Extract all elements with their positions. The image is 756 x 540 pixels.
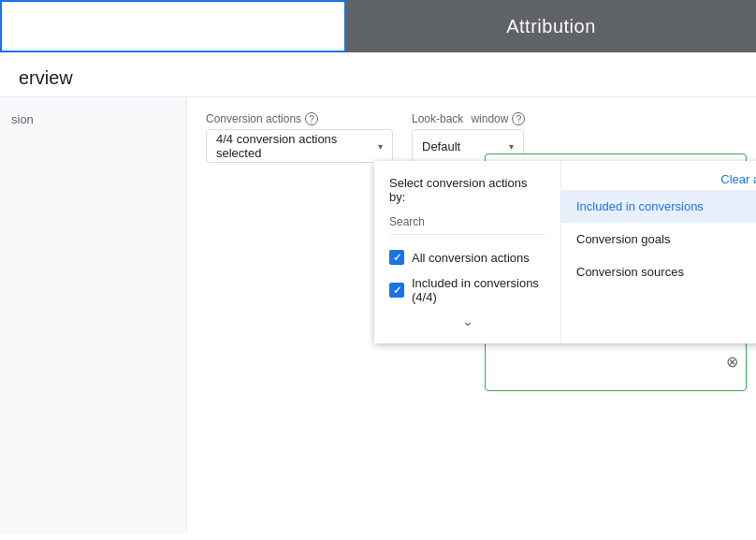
checkbox-all-label: All conversion actions bbox=[412, 251, 530, 265]
menu-option-goals[interactable]: Conversion goals bbox=[561, 223, 756, 255]
menu-option-included[interactable]: Included in conversions bbox=[561, 190, 756, 223]
menu-options-panel: Clear all Included in conversions Conver… bbox=[561, 161, 756, 343]
sidebar-label: sion bbox=[0, 97, 186, 141]
conversion-actions-help-icon[interactable]: ? bbox=[305, 112, 318, 125]
check-icon: ✓ bbox=[393, 252, 401, 264]
lookback-arrow-icon: ▾ bbox=[509, 141, 514, 152]
conversion-actions-value: 4/4 conversion actions selected bbox=[216, 132, 378, 160]
main-area: sion Conversion actions ? 4/4 conversion… bbox=[0, 97, 756, 533]
conversion-actions-section: Conversion actions ? 4/4 conversion acti… bbox=[206, 112, 393, 163]
card-3-close-icon[interactable]: ⊗ bbox=[726, 352, 738, 370]
conversion-actions-arrow-icon: ▾ bbox=[378, 141, 383, 152]
content-area: Conversion actions ? 4/4 conversion acti… bbox=[187, 97, 756, 533]
clear-all-button[interactable]: Clear all bbox=[720, 172, 756, 186]
check-included-icon: ✓ bbox=[393, 285, 401, 297]
header-left-panel bbox=[0, 0, 346, 52]
checkbox-all-icon: ✓ bbox=[389, 250, 404, 265]
checkbox-included-icon: ✓ bbox=[389, 283, 404, 298]
lookback-label-row: Look-back window ? bbox=[412, 112, 525, 125]
conversion-actions-dropdown[interactable]: 4/4 conversion actions selected ▾ bbox=[206, 129, 393, 163]
menu-option-sources[interactable]: Conversion sources bbox=[561, 255, 756, 288]
conversion-actions-label: Conversion actions bbox=[206, 112, 301, 125]
lookback-label: Look-back bbox=[412, 112, 463, 125]
overview-title: erview bbox=[0, 52, 756, 97]
lookback-label2: window bbox=[471, 112, 508, 125]
select-by-panel: Select conversion actions by: Search ✓ A… bbox=[374, 161, 561, 343]
checkbox-included-label: Included in conversions (4/4) bbox=[412, 276, 545, 304]
search-field[interactable]: Search bbox=[389, 215, 545, 235]
lookback-help-icon[interactable]: ? bbox=[512, 112, 525, 125]
page-content: erview sion Conversion actions ? 4/4 con… bbox=[0, 52, 756, 540]
header-bar: Attribution bbox=[0, 0, 756, 52]
checkbox-included-conversions[interactable]: ✓ Included in conversions (4/4) bbox=[389, 270, 545, 310]
select-by-title: Select conversion actions by: bbox=[389, 176, 545, 204]
checkbox-all-conversions[interactable]: ✓ All conversion actions bbox=[389, 244, 545, 270]
chevron-down-icon: ⌄ bbox=[389, 314, 545, 328]
header-title: Attribution bbox=[346, 0, 756, 52]
conversion-actions-label-row: Conversion actions ? bbox=[206, 112, 393, 125]
dropdown-panel: Select conversion actions by: Search ✓ A… bbox=[374, 161, 756, 343]
left-sidebar: sion bbox=[0, 97, 187, 533]
lookback-value: Default bbox=[422, 139, 460, 153]
